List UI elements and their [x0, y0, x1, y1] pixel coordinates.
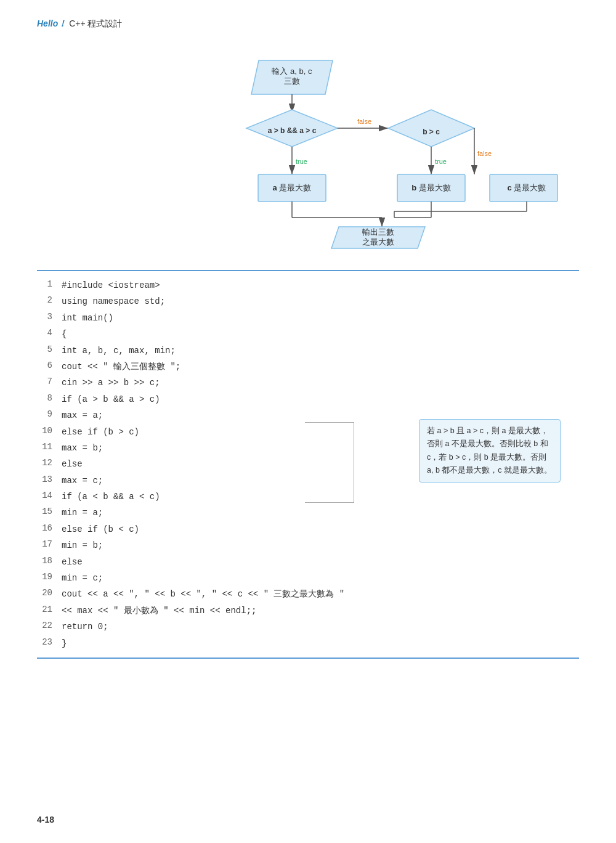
- line-code: << max << " 最小數為 " << min << endl;;: [62, 603, 579, 619]
- line-code: }: [62, 635, 579, 651]
- svg-text:輸出三數: 輸出三數: [362, 227, 394, 237]
- svg-text:a 是最大數: a 是最大數: [273, 183, 312, 192]
- svg-text:c 是最大數: c 是最大數: [508, 183, 546, 192]
- flowchart-svg: 輸入 a, b, c 三數 a > b && a > c false b > c…: [117, 42, 499, 251]
- line-number: 22: [37, 619, 62, 635]
- svg-text:三數: 三數: [284, 76, 300, 86]
- line-code: using namespace std;: [62, 293, 579, 309]
- line-code: #include <iostream>: [62, 277, 579, 293]
- line-number: 23: [37, 635, 62, 651]
- line-code: int a, b, c, max, min;: [62, 343, 579, 359]
- line-code: {: [62, 326, 579, 342]
- line-number: 17: [37, 537, 62, 553]
- bracket-line-bottom: [305, 502, 354, 503]
- svg-text:true: true: [296, 158, 307, 165]
- line-code: min = b;: [62, 537, 579, 553]
- line-number: 18: [37, 554, 62, 570]
- code-section: 1#include <iostream>2using namespace std…: [37, 270, 579, 659]
- line-number: 8: [37, 391, 62, 407]
- hello-text: Hello！: [37, 18, 67, 28]
- line-code: cin >> a >> b >> c;: [62, 375, 579, 391]
- line-code: else if (b < c): [62, 521, 579, 537]
- line-number: 19: [37, 570, 62, 586]
- line-code: min = c;: [62, 570, 579, 586]
- bracket-line-top: [305, 422, 354, 502]
- line-number: 9: [37, 407, 62, 423]
- line-number: 13: [37, 473, 62, 489]
- svg-text:輸入 a, b, c: 輸入 a, b, c: [272, 67, 312, 76]
- code-line: 6 cout << " 輸入三個整數 ";: [37, 359, 579, 375]
- code-line: 7 cin >> a >> b >> c;: [37, 375, 579, 391]
- code-line: 21 << max << " 最小數為 " << min << endl;;: [37, 603, 579, 619]
- code-line: 19 min = c;: [37, 570, 579, 586]
- line-number: 6: [37, 359, 62, 375]
- line-code: return 0;: [62, 619, 579, 635]
- code-line: 3int main(): [37, 310, 579, 326]
- line-number: 14: [37, 489, 62, 505]
- line-number: 5: [37, 343, 62, 359]
- svg-text:false: false: [477, 150, 492, 157]
- line-number: 12: [37, 456, 62, 472]
- svg-text:b 是最大數: b 是最大數: [411, 183, 451, 192]
- code-line: 22 return 0;: [37, 619, 579, 635]
- line-code: int main(): [62, 310, 579, 326]
- code-line: 23}: [37, 635, 579, 651]
- code-line: 17 min = b;: [37, 537, 579, 553]
- flowchart: 輸入 a, b, c 三數 a > b && a > c false b > c…: [117, 42, 499, 251]
- code-line: 15 min = a;: [37, 505, 579, 521]
- flowchart-container: 輸入 a, b, c 三數 a > b && a > c false b > c…: [37, 42, 579, 251]
- line-number: 2: [37, 293, 62, 309]
- line-number: 15: [37, 505, 62, 521]
- page-number: 4-18: [37, 815, 54, 825]
- code-line: 20 cout << a << ", " << b << ", " << c <…: [37, 586, 579, 602]
- svg-text:a > b && a > c: a > b && a > c: [268, 126, 317, 135]
- line-number: 4: [37, 326, 62, 342]
- line-number: 10: [37, 424, 62, 440]
- line-code: else: [62, 554, 579, 570]
- line-code: cout << " 輸入三個整數 ";: [62, 359, 579, 375]
- subtitle-text: C++ 程式設計: [69, 18, 122, 28]
- svg-text:之最大數: 之最大數: [362, 237, 394, 246]
- line-number: 16: [37, 521, 62, 537]
- line-number: 20: [37, 586, 62, 602]
- line-number: 21: [37, 603, 62, 619]
- line-code: min = a;: [62, 505, 579, 521]
- annotation-box: 若 a > b 且 a > c，則 a 是最大數，否則 a 不是最大數。否則比較…: [419, 419, 561, 483]
- line-number: 3: [37, 310, 62, 326]
- svg-text:true: true: [435, 158, 447, 165]
- annotation-text: 若 a > b 且 a > c，則 a 是最大數，否則 a 不是最大數。否則比較…: [427, 426, 552, 474]
- code-line: 2using namespace std;: [37, 293, 579, 309]
- code-line: 4{: [37, 326, 579, 342]
- line-code: if (a > b && a > c): [62, 391, 579, 407]
- code-line: 8 if (a > b && a > c): [37, 391, 579, 407]
- line-code: cout << a << ", " << b << ", " << c << "…: [62, 586, 579, 602]
- code-line: 18 else: [37, 554, 579, 570]
- svg-text:false: false: [357, 118, 371, 125]
- code-line: 16 else if (b < c): [37, 521, 579, 537]
- line-number: 11: [37, 440, 62, 456]
- page-header: Hello！ C++ 程式設計: [37, 18, 579, 30]
- code-line: 5 int a, b, c, max, min;: [37, 343, 579, 359]
- svg-text:b > c: b > c: [423, 128, 440, 136]
- line-number: 1: [37, 277, 62, 293]
- code-line: 1#include <iostream>: [37, 277, 579, 293]
- line-number: 7: [37, 375, 62, 391]
